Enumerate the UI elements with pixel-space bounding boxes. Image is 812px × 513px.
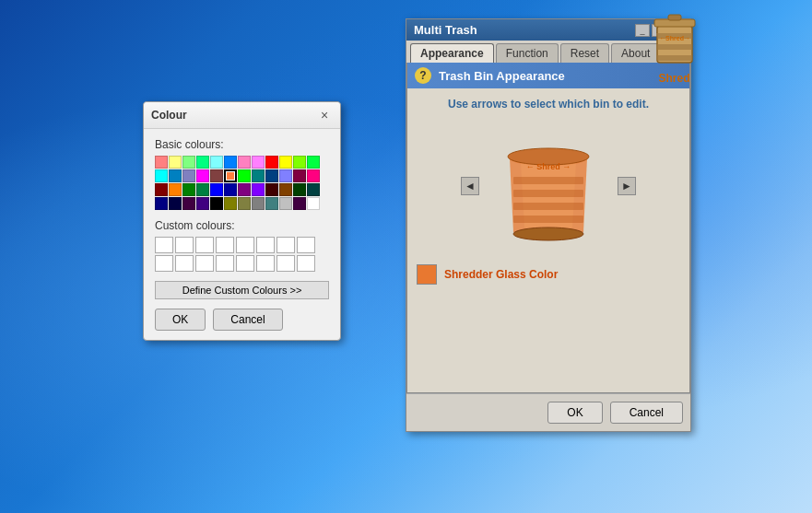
custom-color-cell-4[interactable] [236,237,254,253]
svg-text:← Shred →: ← Shred → [526,162,571,171]
color-cell-12[interactable] [155,169,168,182]
window-content: ? Trash Bin Appearance Use arrows to sel… [406,63,690,393]
color-cell-29[interactable] [224,183,237,196]
appearance-header: ? Trash Bin Appearance [407,63,689,88]
color-cell-32[interactable] [265,183,278,196]
colour-ok-button[interactable]: OK [155,309,206,331]
shred-trash-icon: Shred ← → [652,6,698,70]
color-cell-31[interactable] [252,183,265,196]
color-cell-14[interactable] [182,169,195,182]
color-cell-43[interactable] [252,197,265,210]
define-custom-colours-button[interactable]: Define Custom Colours >> [155,281,329,299]
minimize-button[interactable]: _ [635,24,650,37]
custom-color-cell-12[interactable] [236,255,254,272]
color-cell-15[interactable] [196,169,209,182]
appearance-title: Trash Bin Appearance [439,69,565,83]
color-cell-11[interactable] [307,156,320,169]
color-cell-37[interactable] [169,197,182,210]
color-cell-0[interactable] [155,156,168,169]
colour-dialog: Colour × Basic colours: Custom colours: … [143,101,341,341]
right-arrow-button[interactable]: ► [618,177,636,195]
color-cell-44[interactable] [265,197,278,210]
color-cell-38[interactable] [182,197,195,210]
color-cell-3[interactable] [196,156,209,169]
tab-appearance[interactable]: Appearance [410,43,494,63]
trash-svg: ← Shred → [493,122,604,251]
window-title: Multi Trash [414,23,477,37]
custom-color-cell-3[interactable] [216,237,234,253]
color-cell-47[interactable] [307,197,320,210]
tab-function[interactable]: Function [496,43,559,63]
color-cell-17[interactable] [224,169,237,182]
color-cell-45[interactable] [279,197,292,210]
custom-color-cell-6[interactable] [277,237,295,253]
shred-icon-container[interactable]: Shred ← → Shred [649,6,700,85]
colour-dialog-title: Colour [151,109,187,122]
color-cell-13[interactable] [169,169,182,182]
custom-color-cell-13[interactable] [256,255,275,272]
color-cell-21[interactable] [279,169,292,182]
tab-reset[interactable]: Reset [560,43,609,63]
custom-color-cell-7[interactable] [297,237,315,253]
custom-color-cell-9[interactable] [175,255,194,272]
custom-color-cell-14[interactable] [277,255,295,272]
colour-dialog-close-button[interactable]: × [316,107,333,123]
custom-color-cell-11[interactable] [216,255,234,272]
color-cell-19[interactable] [252,169,265,182]
color-cell-18[interactable] [238,169,251,182]
color-cell-23[interactable] [307,169,320,182]
custom-color-cell-8[interactable] [155,255,173,272]
left-arrow-button[interactable]: ◄ [461,177,479,195]
svg-rect-13 [513,216,583,223]
color-cell-46[interactable] [293,197,306,210]
color-cell-35[interactable] [307,183,320,196]
color-cell-33[interactable] [279,183,292,196]
custom-color-cell-15[interactable] [297,255,315,272]
color-cell-2[interactable] [182,156,195,169]
custom-color-cell-1[interactable] [175,237,194,253]
window-ok-button[interactable]: OK [547,402,602,424]
color-swatch[interactable] [417,264,437,285]
svg-rect-5 [668,15,681,20]
color-cell-30[interactable] [238,183,251,196]
svg-rect-11 [513,190,583,197]
color-cell-4[interactable] [210,156,223,169]
color-cell-26[interactable] [182,183,195,196]
window-footer: OK Cancel [406,393,690,431]
color-cell-22[interactable] [293,169,306,182]
svg-rect-2 [657,44,692,50]
color-cell-10[interactable] [293,156,306,169]
color-cell-24[interactable] [155,183,168,196]
color-cell-27[interactable] [196,183,209,196]
custom-color-cell-10[interactable] [195,255,214,272]
color-cell-40[interactable] [210,197,223,210]
colour-cancel-button[interactable]: Cancel [213,309,282,331]
svg-text:←: ← [659,34,666,42]
colour-dialog-titlebar: Colour × [144,102,340,129]
color-cell-41[interactable] [224,197,237,210]
color-cell-42[interactable] [238,197,251,210]
color-cell-28[interactable] [210,183,223,196]
trash-visual: ← Shred → [493,122,604,251]
svg-text:→: → [683,34,690,42]
svg-rect-12 [513,203,583,210]
color-cell-7[interactable] [252,156,265,169]
color-cell-6[interactable] [238,156,251,169]
color-cell-1[interactable] [169,156,182,169]
multi-trash-window: Shred ← → Shred Multi Trash _ □ × Appear… [406,18,691,432]
window-cancel-button[interactable]: Cancel [610,402,683,424]
color-cell-39[interactable] [196,197,209,210]
color-cell-36[interactable] [155,197,168,210]
custom-color-cell-0[interactable] [155,237,173,253]
color-cell-34[interactable] [293,183,306,196]
svg-rect-10 [513,177,583,184]
custom-color-cell-2[interactable] [195,237,214,253]
color-cell-25[interactable] [169,183,182,196]
color-cell-8[interactable] [265,156,278,169]
color-cell-16[interactable] [210,169,223,182]
color-cell-5[interactable] [224,156,237,169]
custom-color-cell-5[interactable] [256,237,275,253]
color-cell-20[interactable] [265,169,278,182]
color-label: Shredder Glass Color [444,268,558,281]
color-cell-9[interactable] [279,156,292,169]
